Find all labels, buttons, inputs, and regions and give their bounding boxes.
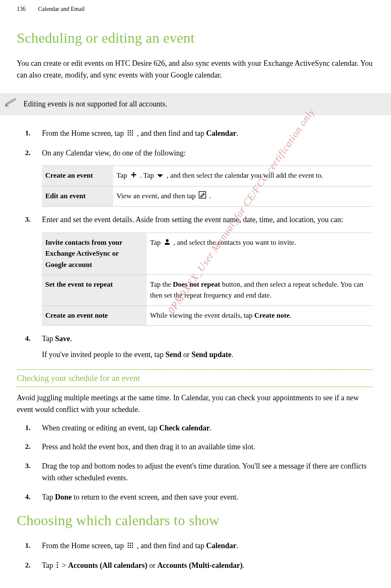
svg-point-8 — [132, 134, 133, 135]
apps-grid-icon — [127, 541, 134, 552]
svg-point-20 — [57, 562, 58, 563]
step-3: 3. Enter and set the event details. Asid… — [42, 214, 373, 326]
bold: Create note — [254, 311, 290, 319]
text: From the Home screen, tap — [42, 541, 126, 550]
text: Tap — [150, 238, 163, 246]
show-step-2: 2. Tap > Accounts (All calendars) or Acc… — [42, 560, 373, 572]
page-header: 136 Calendar and Email — [0, 0, 391, 13]
step-text: From the Home screen, tap — [42, 129, 126, 137]
svg-point-5 — [132, 132, 133, 133]
row-content: Tap the Does not repeat button, and then… — [147, 275, 373, 306]
svg-point-10 — [166, 239, 168, 242]
step-text: , and then find and tap — [137, 129, 206, 137]
row-label: Invite contacts from your Exchange Activ… — [42, 233, 147, 275]
row-content: Tap . Tap , and then select the calendar… — [113, 166, 373, 186]
step-number: 2. — [25, 441, 31, 452]
text: . — [231, 350, 233, 359]
step-number: 1. — [25, 128, 31, 139]
svg-point-21 — [57, 564, 58, 565]
section-name: Calendar and Email — [38, 6, 85, 13]
row-content: Tap , and select the contacts you want t… — [147, 233, 373, 275]
period: . — [236, 129, 238, 137]
table-row: Create an event Tap . Tap , and then sel… — [42, 166, 373, 186]
bold: Save — [55, 334, 70, 343]
step-text: On any Calendar view, do one of the foll… — [42, 149, 186, 157]
text: > — [62, 561, 68, 570]
subheading-checking: Checking your schedule for an event — [17, 369, 373, 387]
step-number: 2. — [25, 148, 31, 158]
step-2: 2. On any Calendar view, do one of the f… — [42, 148, 373, 207]
show-step-1: 1. From the Home screen, tap , and then … — [42, 540, 373, 552]
bold: Send — [166, 350, 181, 359]
text: . — [290, 311, 291, 319]
svg-rect-9 — [199, 192, 206, 198]
note-text: Editing events is not supported for all … — [23, 100, 167, 108]
step-number: 3. — [25, 214, 31, 225]
text: . — [210, 424, 212, 432]
step-number: 4. — [25, 333, 31, 344]
check-step-4: 4. Tap Done to return to the event scree… — [42, 492, 373, 503]
step-text: Enter and set the event details. Aside f… — [42, 215, 343, 224]
create-edit-table: Create an event Tap . Tap , and then sel… — [42, 166, 373, 207]
svg-point-19 — [132, 547, 133, 548]
text: Tap — [42, 334, 55, 343]
svg-point-18 — [129, 547, 131, 548]
text: When creating or editing an event, tap — [42, 424, 159, 432]
svg-point-11 — [127, 542, 129, 544]
text: If you've invited people to the event, t… — [42, 350, 166, 359]
person-icon — [164, 238, 171, 249]
page-number: 136 — [17, 6, 26, 13]
pencil-note-icon — [5, 98, 17, 106]
table-row: Create an event note While viewing the e… — [42, 306, 373, 325]
text: . — [236, 541, 238, 550]
apps-grid-icon — [127, 128, 134, 140]
step-number: 3. — [25, 461, 31, 471]
note-box: Editing events is not supported for all … — [0, 93, 391, 115]
svg-point-7 — [129, 134, 131, 135]
check-step-3: 3. Drag the top and bottom nodes to adju… — [42, 461, 373, 484]
calendar-bold: Calendar — [206, 129, 236, 137]
svg-point-14 — [127, 544, 129, 546]
step-number: 2. — [25, 560, 31, 571]
table-row: Set the event to repeat Tap the Does not… — [42, 275, 373, 306]
plus-icon — [130, 171, 137, 181]
bold: Calendar — [206, 541, 236, 550]
step-number: 1. — [25, 422, 31, 433]
text: . Tap — [140, 171, 156, 179]
step-4: 4. Tap Save. If you've invited people to… — [42, 333, 373, 361]
bold: Send update — [192, 350, 232, 359]
text: or — [149, 561, 158, 570]
table-row: Invite contacts from your Exchange Activ… — [42, 233, 373, 275]
bold: Accounts (Multi-calendar) — [157, 561, 242, 570]
text: Tap the — [150, 280, 173, 288]
step-number: 1. — [25, 540, 31, 551]
text: View an event, and then tap — [117, 192, 197, 200]
heading-choosing: Choosing which calendars to show — [17, 513, 373, 528]
row-label: Create an event — [42, 166, 113, 186]
text: . — [243, 561, 245, 570]
row-content: While viewing the event details, tap Cre… — [147, 306, 373, 325]
row-label: Edit an event — [42, 186, 113, 206]
text: Tap — [117, 171, 129, 179]
table-row: Edit an event View an event, and then ta… — [42, 186, 373, 206]
text: Drag the top and bottom nodes to adjust … — [42, 462, 367, 482]
text: to return to the event screen, and then … — [72, 493, 238, 501]
svg-point-2 — [132, 130, 133, 131]
text: . — [209, 192, 211, 200]
svg-point-6 — [127, 134, 129, 135]
svg-point-1 — [129, 130, 131, 131]
svg-point-22 — [57, 567, 58, 568]
text: , and select the contacts you want to in… — [173, 238, 296, 246]
overflow-menu-icon — [56, 560, 59, 572]
text: or — [183, 350, 192, 359]
text: Tap — [42, 493, 55, 501]
step-sub: If you've invited people to the event, t… — [42, 349, 373, 361]
event-details-table: Invite contacts from your Exchange Activ… — [42, 233, 373, 326]
row-content: View an event, and then tap . — [113, 186, 373, 206]
bold: Accounts (All calendars) — [68, 561, 147, 570]
step-number: 4. — [25, 492, 31, 503]
svg-point-3 — [127, 132, 129, 133]
edit-box-icon — [199, 191, 206, 202]
svg-point-15 — [129, 544, 131, 546]
bold: Check calendar — [159, 424, 210, 432]
